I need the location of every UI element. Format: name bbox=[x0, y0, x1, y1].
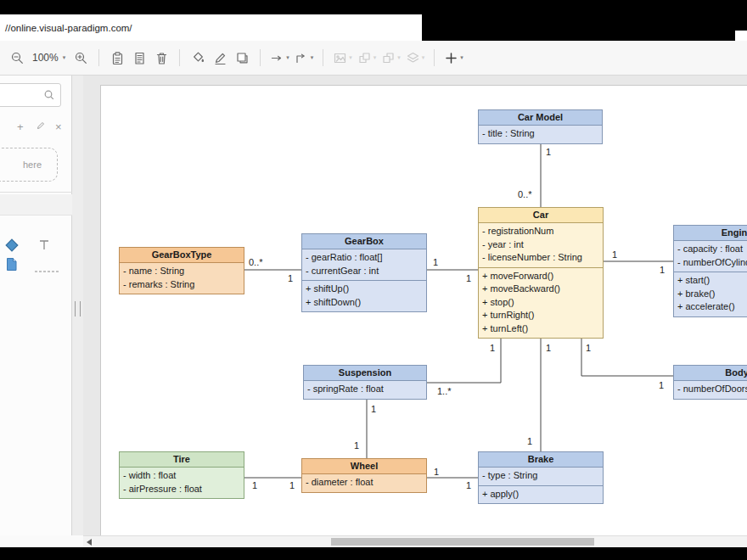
search-input[interactable] bbox=[3, 85, 43, 105]
class-method: + turnRight() bbox=[479, 309, 603, 322]
class-body[interactable]: Body- numberOfDoors : int bbox=[673, 365, 747, 400]
bring-forward-button[interactable]: ▾ bbox=[356, 47, 379, 69]
shadow-button[interactable] bbox=[232, 47, 252, 69]
class-name: Tire bbox=[120, 452, 244, 468]
multiplicity-label[interactable]: 1 bbox=[354, 440, 359, 451]
address-bar[interactable]: //online.visual-paradigm.com/ bbox=[0, 14, 422, 41]
vertical-scrollbar-top bbox=[735, 31, 747, 41]
class-tire[interactable]: Tire- width : float- airPressure : float bbox=[119, 451, 244, 499]
add-shape-button[interactable]: ▾ bbox=[442, 47, 465, 69]
shape-drop-zone[interactable]: here bbox=[0, 148, 58, 182]
class-attribute: - numberOfDoors : int bbox=[674, 383, 747, 396]
zoom-level-select[interactable]: 100%▾ bbox=[29, 47, 69, 69]
palette-diamond-shape[interactable] bbox=[5, 238, 19, 255]
class-engine[interactable]: Engine- capacity : float- numberOfCylind… bbox=[673, 225, 747, 317]
multiplicity-label[interactable]: 1 bbox=[527, 436, 532, 446]
class-method: + turnLeft() bbox=[479, 322, 603, 336]
class-wheel[interactable]: Wheel- diameter : float bbox=[301, 458, 427, 493]
trash-icon bbox=[154, 51, 169, 65]
multiplicity-label[interactable]: 1 bbox=[660, 265, 665, 275]
panel-section-header[interactable] bbox=[0, 194, 72, 216]
class-attribute: - name : String bbox=[120, 265, 244, 278]
class-attribute: - width : float bbox=[120, 469, 244, 483]
class-name: GearBoxType bbox=[120, 248, 244, 263]
zoom-in-button[interactable] bbox=[70, 47, 91, 69]
class-gearboxtype[interactable]: GearBoxType- name : String- remarks : St… bbox=[119, 247, 244, 294]
scroll-left-arrow-icon[interactable] bbox=[87, 539, 92, 546]
class-method: + apply() bbox=[479, 488, 603, 501]
file-icon bbox=[5, 257, 18, 272]
multiplicity-label[interactable]: 0..* bbox=[518, 189, 532, 199]
line-color-button[interactable] bbox=[210, 47, 230, 69]
edit-shape-set-button[interactable] bbox=[36, 120, 46, 132]
chevron-down-icon: ▾ bbox=[374, 54, 377, 61]
connector-style-button[interactable]: ▾ bbox=[293, 47, 316, 69]
multiplicity-label[interactable]: 1 bbox=[490, 343, 495, 353]
multiplicity-label[interactable]: 1 bbox=[466, 273, 471, 283]
panel-splitter[interactable] bbox=[72, 76, 83, 535]
class-method: + brake() bbox=[674, 288, 747, 301]
chevron-down-icon: ▾ bbox=[397, 54, 401, 61]
multiplicity-label[interactable]: 1 bbox=[586, 343, 591, 353]
class-method: + start() bbox=[674, 274, 747, 288]
shape-panel: + × here bbox=[0, 76, 72, 535]
main-toolbar: 100%▾ ▾ ▾ ▾ ▾ ▾ ▾ ▾ bbox=[0, 41, 747, 76]
multiplicity-label[interactable]: 1 bbox=[546, 147, 551, 157]
close-panel-button[interactable]: × bbox=[55, 121, 62, 132]
plus-icon bbox=[444, 51, 458, 65]
bring-forward-icon bbox=[357, 51, 372, 65]
insert-image-button[interactable]: ▾ bbox=[331, 47, 354, 69]
delete-button[interactable] bbox=[151, 47, 171, 69]
multiplicity-label[interactable]: 0..* bbox=[249, 257, 263, 267]
class-brake[interactable]: Brake- type : String+ apply() bbox=[478, 451, 604, 504]
horizontal-scrollbar[interactable] bbox=[83, 535, 747, 547]
multiplicity-label[interactable]: 1 bbox=[288, 273, 293, 283]
class-name: Car bbox=[479, 208, 603, 223]
class-suspension[interactable]: Suspension- springRate : float bbox=[303, 365, 427, 400]
class-method: + shiftUp() bbox=[302, 283, 426, 296]
fill-color-button[interactable] bbox=[188, 47, 208, 69]
class-attribute: - remarks : String bbox=[120, 278, 244, 292]
class-car-model[interactable]: Car Model- title : String bbox=[478, 109, 603, 144]
paste-button[interactable] bbox=[107, 47, 127, 69]
multiplicity-label[interactable]: 1..* bbox=[437, 386, 452, 396]
layers-icon bbox=[406, 51, 420, 65]
chevron-down-icon: ▾ bbox=[349, 54, 352, 61]
toolbar-separator bbox=[323, 49, 323, 66]
multiplicity-label[interactable]: 1 bbox=[466, 480, 471, 490]
palette-dashed-line[interactable] bbox=[34, 262, 59, 277]
document-icon bbox=[132, 51, 147, 65]
class-name: GearBox bbox=[302, 234, 426, 249]
splitter-handle[interactable] bbox=[75, 301, 81, 316]
multiplicity-label[interactable]: 1 bbox=[659, 380, 664, 390]
class-car[interactable]: Car- registrationNum- year : int- licens… bbox=[478, 207, 604, 339]
multiplicity-label[interactable]: 1 bbox=[289, 480, 295, 490]
zoom-out-button[interactable] bbox=[7, 47, 27, 69]
add-shape-set-button[interactable]: + bbox=[17, 121, 24, 132]
arrow-icon bbox=[270, 51, 284, 65]
copy-button[interactable] bbox=[129, 47, 149, 69]
class-name: Car Model bbox=[479, 110, 602, 126]
zoom-out-icon bbox=[10, 51, 25, 65]
pencil-icon bbox=[213, 51, 227, 65]
layers-button[interactable]: ▾ bbox=[404, 47, 427, 69]
palette-anchor-shape[interactable] bbox=[37, 238, 51, 255]
multiplicity-label[interactable]: 1 bbox=[546, 343, 551, 353]
class-attribute: - springRate : float bbox=[304, 383, 426, 396]
pencil-icon bbox=[36, 120, 46, 131]
multiplicity-label[interactable]: 1 bbox=[433, 257, 438, 267]
class-gearbox[interactable]: GearBox- gearRatio : float[]- currentGea… bbox=[301, 233, 427, 312]
class-name: Body bbox=[674, 366, 747, 381]
toolbar-separator bbox=[98, 49, 99, 66]
arrow-style-button[interactable]: ▾ bbox=[268, 47, 291, 69]
multiplicity-label[interactable]: 1 bbox=[612, 249, 617, 260]
multiplicity-label[interactable]: 1 bbox=[371, 404, 376, 414]
multiplicity-label[interactable]: 1 bbox=[252, 480, 257, 490]
chevron-down-icon: ▾ bbox=[460, 54, 463, 61]
class-attribute: - title : String bbox=[479, 127, 602, 141]
horizontal-scrollbar-thumb[interactable] bbox=[331, 538, 594, 546]
send-backward-button[interactable]: ▾ bbox=[379, 47, 402, 69]
palette-diagram-file[interactable] bbox=[5, 257, 18, 275]
search-box[interactable] bbox=[0, 83, 61, 107]
multiplicity-label[interactable]: 1 bbox=[434, 467, 439, 477]
